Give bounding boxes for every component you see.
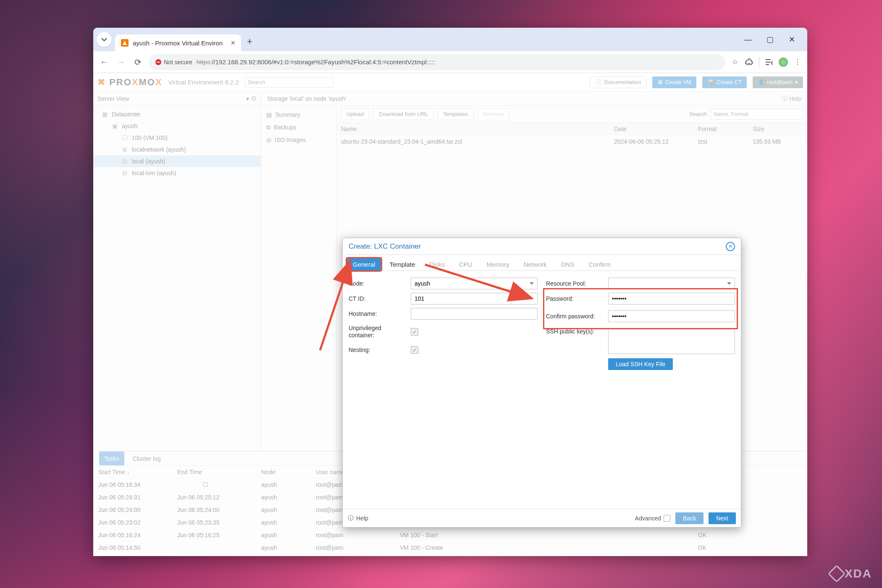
close-window-button[interactable]: ✕ — [788, 36, 795, 43]
new-tab-button[interactable]: + — [247, 36, 252, 47]
pool-label: Resource Pool: — [546, 280, 605, 287]
unpriv-label: Unprivileged container: — [349, 325, 407, 339]
tree-localnetwork[interactable]: ⊞localnetwork (ayush) — [93, 144, 261, 155]
browser-window: ayush - Proxmox Virtual Environ × + — ▢ … — [93, 28, 807, 556]
advanced-toggle[interactable]: Advanced — [635, 515, 670, 522]
confirm-password-input[interactable] — [608, 310, 735, 322]
create-vm-button[interactable]: 🖥 Create VM — [652, 76, 696, 88]
wizard-tab-memory: Memory — [481, 258, 515, 270]
remove-button[interactable]: Remove — [478, 108, 509, 120]
modal-close-button[interactable]: ✕ — [726, 242, 735, 251]
content-nav: ▤ Summary ⧉ Backups ◎ ISO Images — [261, 106, 337, 451]
nav-iso-images[interactable]: ◎ ISO Images — [261, 134, 336, 146]
nesting-checkbox[interactable]: ✓ — [411, 346, 418, 354]
sidebar-view-selector[interactable]: Server View▾ ⚙ — [93, 92, 261, 106]
wizard-tab-confirm: Confirm — [583, 258, 617, 270]
nesting-label: Nesting: — [349, 346, 407, 353]
browser-tab[interactable]: ayush - Proxmox Virtual Environ × — [115, 34, 241, 51]
back-button-modal[interactable]: Back — [675, 512, 704, 524]
col-date[interactable]: Date — [614, 126, 698, 132]
ssh-label: SSH public key(s): — [546, 328, 605, 335]
create-ct-button[interactable]: 📦 Create CT — [702, 76, 747, 88]
ctid-input[interactable] — [411, 293, 538, 304]
upload-button[interactable]: Upload — [341, 108, 369, 120]
profile-icon[interactable] — [779, 58, 788, 67]
grid-search-input[interactable] — [711, 109, 803, 120]
not-secure-icon — [155, 59, 161, 65]
proxmox-logo: ✖ PROXMOX — [97, 77, 163, 88]
tree-datacenter[interactable]: ▦Datacenter — [93, 108, 261, 120]
password-input[interactable] — [608, 293, 735, 304]
reload-button[interactable]: ⟳ — [132, 56, 144, 68]
wizard-tab-cpu: CPU — [453, 258, 478, 270]
confirm-password-label: Confirm password: — [546, 313, 605, 320]
tab-title: ayush - Proxmox Virtual Environ — [133, 39, 226, 47]
hostname-input[interactable] — [411, 308, 538, 320]
server-tree-sidebar: Server View▾ ⚙ ▦Datacenter ▣ayush 🖵100 (… — [93, 92, 261, 451]
pve-header: ✖ PROXMOX Virtual Environment 8.2.2 📄 Do… — [93, 73, 807, 92]
col-size[interactable]: Size — [753, 126, 807, 132]
omnibox[interactable]: Not secure https://192.168.29.92:8006/#v… — [149, 54, 725, 70]
node-label: Node: — [349, 280, 407, 287]
security-indicator[interactable]: Not secure — [155, 59, 192, 66]
tree-storage-local-lvm[interactable]: ⊟local-lvm (ayush) — [93, 167, 261, 179]
back-button[interactable]: ← — [98, 56, 110, 68]
wizard-tab-disks: Disks — [423, 258, 451, 270]
wizard-tab-template[interactable]: Template — [383, 258, 421, 270]
modal-title: Create: LXC Container — [349, 242, 421, 251]
nav-backups[interactable]: ⧉ Backups — [261, 121, 336, 134]
templates-button[interactable]: Templates — [438, 108, 473, 120]
table-row[interactable]: ubuntu-23.04-standard_23.04-1_amd64.tar.… — [337, 135, 807, 148]
log-row[interactable]: Jun 06 05:14:50ayushroot@pamVM 100 - Cre… — [93, 541, 807, 554]
documentation-button[interactable]: 📄 Documentation — [590, 76, 646, 88]
content-toolbar: Upload Download from URL Templates Remov… — [337, 106, 807, 123]
ctid-label: CT ID: — [349, 295, 407, 302]
modal-help-button[interactable]: ⓘ Help — [348, 514, 368, 522]
tree-node-ayush[interactable]: ▣ayush — [93, 120, 261, 132]
user-menu-button[interactable]: 👤 root@pam ▾ — [753, 76, 803, 88]
wizard-tab-general[interactable]: General — [347, 258, 381, 270]
tree-vm-100[interactable]: 🖵100 (VM 100) — [93, 132, 261, 144]
maximize-button[interactable]: ▢ — [766, 36, 774, 43]
help-button[interactable]: ⓘ Help — [782, 95, 801, 102]
url-display: https://192.168.29.92:8006/#v1:0:=storag… — [197, 58, 436, 66]
minimize-button[interactable]: — — [744, 36, 752, 43]
extensions-icon[interactable] — [745, 58, 754, 67]
gear-icon[interactable]: ⚙ — [251, 95, 257, 102]
forward-button[interactable]: → — [115, 56, 127, 68]
log-tab-cluster[interactable]: Cluster log — [133, 452, 161, 465]
not-secure-label: Not secure — [164, 59, 192, 66]
search-label: Search: — [689, 111, 708, 117]
next-button[interactable]: Next — [709, 512, 736, 524]
create-lxc-modal: Create: LXC Container ✕ General Template… — [342, 238, 741, 528]
version-label: Virtual Environment 8.2.2 — [168, 79, 239, 86]
address-bar: ← → ⟳ Not secure https://192.168.29.92:8… — [93, 51, 807, 73]
log-row[interactable]: Jun 06 05:16:24Jun 06 05:16:25ayushroot@… — [93, 529, 807, 541]
ssh-keys-textarea[interactable] — [608, 328, 735, 354]
wizard-tab-network: Network — [518, 258, 553, 270]
log-tab-tasks[interactable]: Tasks — [99, 452, 124, 465]
proxmox-app: ✖ PROXMOX Virtual Environment 8.2.2 📄 Do… — [93, 73, 807, 556]
breadcrumb: Storage 'local' on node 'ayush' — [267, 95, 346, 102]
col-format[interactable]: Format — [698, 126, 753, 132]
tab-strip: ayush - Proxmox Virtual Environ × + — ▢ … — [93, 28, 807, 51]
tree-storage-local[interactable]: ⊟local (ayush) — [93, 155, 261, 167]
header-search-input[interactable] — [245, 77, 333, 88]
chrome-menu-icon[interactable]: ⋮ — [793, 58, 802, 67]
reading-list-icon[interactable] — [764, 58, 774, 67]
wizard-tab-dns: DNS — [555, 258, 580, 270]
password-label: Password: — [546, 295, 605, 302]
password-highlight-box: Password: Confirm password: — [544, 289, 737, 328]
node-combo[interactable] — [411, 278, 538, 289]
col-name[interactable]: Name — [337, 126, 614, 132]
bookmark-icon[interactable]: ☆ — [730, 58, 740, 67]
tab-close-icon[interactable]: × — [231, 39, 235, 47]
wizard-tabs: General Template Disks CPU Memory Networ… — [343, 255, 741, 271]
nav-summary[interactable]: ▤ Summary — [261, 108, 336, 121]
download-url-button[interactable]: Download from URL — [373, 108, 433, 120]
unprivileged-checkbox[interactable]: ✓ — [411, 328, 418, 336]
load-ssh-key-button[interactable]: Load SSH Key File — [608, 358, 673, 370]
tab-search-button[interactable] — [97, 32, 112, 47]
resource-pool-combo[interactable] — [608, 278, 735, 289]
xda-watermark: XDA — [830, 567, 872, 580]
